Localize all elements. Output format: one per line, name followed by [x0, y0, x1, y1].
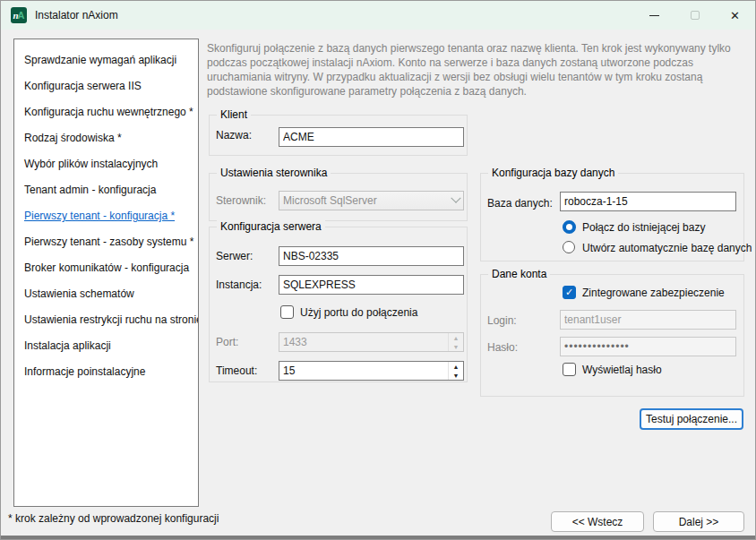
timeout-spinner[interactable]: ▲▼ — [279, 361, 464, 381]
baza-label: Baza danych: — [487, 197, 553, 210]
title-bar: nA Instalator nAxiom ✕ — [1, 1, 755, 30]
maximize-button — [674, 1, 715, 30]
group-klient-title: Klient — [217, 108, 251, 121]
connect-existing-radio[interactable] — [563, 220, 576, 234]
group-serwer-title: Konfiguracja serwera — [217, 220, 325, 233]
sidebar-item[interactable]: Pierwszy tenant - zasoby systemu * — [14, 229, 198, 255]
sidebar-footnote: * krok zależny od wprowadzonej konfigura… — [8, 512, 219, 525]
integrated-security-checkbox[interactable]: ✓ — [563, 286, 576, 299]
timeout-label: Timeout: — [216, 364, 257, 377]
minimize-button[interactable] — [634, 1, 674, 30]
sidebar-item[interactable]: Konfiguracja ruchu wewnętrznego * — [14, 99, 198, 125]
minimize-icon — [649, 15, 659, 16]
sidebar-item[interactable]: Broker komunikatów - konfiguracja — [14, 255, 198, 281]
next-button[interactable]: Dalej >> — [653, 511, 744, 532]
instancja-label: Instancja: — [216, 279, 262, 291]
chevron-down-icon — [451, 193, 460, 203]
sidebar-item[interactable]: Tenant admin - konfiguracja — [14, 177, 198, 203]
group-konto-title: Dane konta — [488, 268, 550, 280]
haslo-label: Hasło: — [487, 341, 518, 354]
sterownik-select-value: Microsoft SqlServer — [283, 194, 377, 207]
create-auto-radio[interactable] — [563, 241, 575, 253]
test-connection-button[interactable]: Testuj połączenie... — [640, 408, 743, 430]
app-icon-letter-a: A — [18, 11, 25, 21]
window-controls: ✕ — [634, 1, 755, 30]
spin-up-icon: ▲ — [449, 333, 463, 342]
sidebar-item[interactable]: Sprawdzanie wymagań aplikacji — [14, 47, 198, 73]
installer-window: nA Instalator nAxiom ✕ Sprawdzanie wymag… — [0, 0, 756, 540]
sterownik-select: Microsoft SqlServer — [279, 191, 464, 210]
haslo-input — [560, 337, 736, 356]
sidebar-item[interactable]: Wybór plików instalacyjnych — [14, 151, 198, 177]
integrated-security-checkbox-label: Zintegrowane zabezpieczenie — [582, 287, 725, 299]
use-port-checkbox[interactable] — [280, 305, 294, 319]
use-port-checkbox-label: Użyj portu do połączenia — [300, 306, 417, 319]
sidebar-list: Sprawdzanie wymagań aplikacjiKonfiguracj… — [13, 39, 199, 507]
connect-existing-radio-label: Połącz do istniejącej bazy — [582, 221, 705, 234]
sidebar-item[interactable]: Instalacja aplikacji — [14, 333, 198, 359]
sidebar-item[interactable]: Konfiguracja serwera IIS — [14, 73, 198, 99]
timeout-spin-buttons[interactable]: ▲▼ — [448, 362, 463, 380]
port-spin-buttons: ▲▼ — [448, 333, 463, 351]
show-password-checkbox[interactable] — [563, 363, 576, 376]
app-icon: nA — [11, 7, 27, 23]
nazwa-label: Nazwa: — [216, 129, 252, 141]
baza-input[interactable] — [560, 192, 736, 211]
sidebar-item[interactable]: Ustawienia restrykcji ruchu na stronie — [14, 307, 198, 333]
port-input — [279, 333, 448, 351]
check-icon: ✓ — [565, 287, 573, 298]
spin-down-icon: ▼ — [449, 342, 463, 351]
spin-up-icon[interactable]: ▲ — [449, 362, 463, 371]
group-baza-title: Konfiguracja bazy danych — [488, 167, 618, 179]
spin-down-icon[interactable]: ▼ — [449, 371, 463, 380]
sterownik-label: Sterownik: — [216, 194, 266, 207]
timeout-input[interactable] — [279, 362, 448, 380]
nazwa-input[interactable] — [279, 127, 464, 147]
show-password-checkbox-label: Wyświetlaj hasło — [582, 364, 662, 376]
sidebar-item[interactable]: Pierwszy tenant - konfiguracja * — [14, 203, 198, 229]
close-icon: ✕ — [730, 10, 740, 21]
serwer-label: Serwer: — [216, 250, 253, 262]
port-label: Port: — [216, 336, 238, 348]
port-spinner: ▲▼ — [279, 332, 464, 352]
create-auto-radio-label: Utwórz automatycznie bazę danych — [582, 242, 752, 254]
window-title: Instalator nAxiom — [35, 9, 118, 21]
close-button[interactable]: ✕ — [715, 1, 755, 30]
login-input — [560, 310, 736, 330]
sidebar-item[interactable]: Rodzaj środowiska * — [14, 125, 198, 151]
maximize-icon — [691, 11, 700, 20]
back-button[interactable]: << Wstecz — [551, 511, 644, 532]
sidebar-item[interactable]: Informacje poinstalacyjne — [14, 359, 198, 385]
login-label: Login: — [487, 314, 517, 327]
sidebar-item[interactable]: Ustawienia schematów — [14, 281, 198, 307]
group-sterownik-title: Ustawienia sterownika — [217, 167, 331, 179]
instancja-input[interactable] — [279, 275, 464, 295]
step-description: Skonfiguruj połączenie z bazą danych pie… — [207, 41, 750, 99]
serwer-input[interactable] — [279, 246, 464, 266]
